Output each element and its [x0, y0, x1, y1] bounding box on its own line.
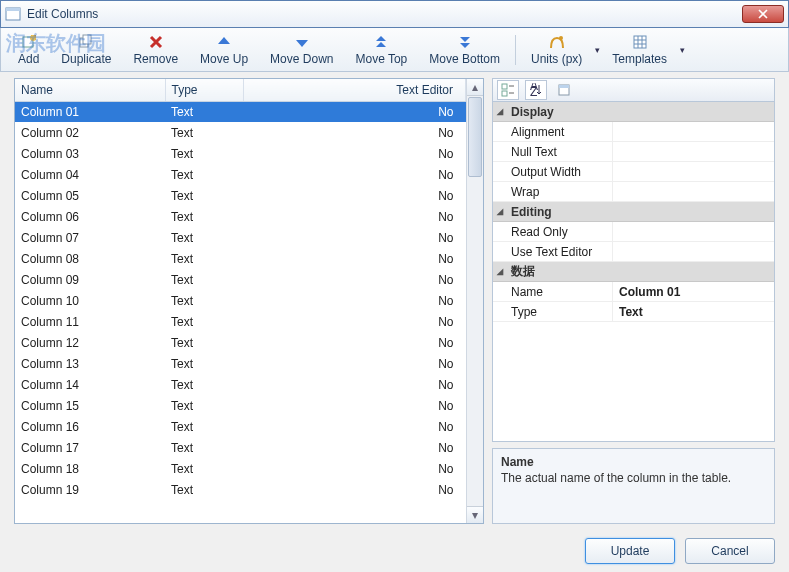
move-top-button[interactable]: Move Top	[344, 30, 418, 70]
move-down-label: Move Down	[270, 52, 333, 66]
table-row[interactable]: Column 04TextNo	[15, 164, 466, 185]
cell-texteditor: No	[243, 311, 466, 332]
duplicate-button[interactable]: Duplicate	[50, 30, 122, 70]
templates-label: Templates	[612, 52, 667, 66]
cell-name: Column 14	[15, 374, 165, 395]
toolbar: Add Duplicate Remove Move Up Move Down M…	[0, 28, 789, 72]
cell-texteditor: No	[243, 353, 466, 374]
cancel-button[interactable]: Cancel	[685, 538, 775, 564]
cell-type: Text	[165, 416, 243, 437]
prop-wrap[interactable]: Wrap	[493, 182, 774, 202]
cell-type: Text	[165, 290, 243, 311]
cell-type: Text	[165, 206, 243, 227]
scroll-up-arrow[interactable]: ▴	[467, 79, 483, 96]
cell-type: Text	[165, 248, 243, 269]
prop-outputwidth[interactable]: Output Width	[493, 162, 774, 182]
prop-type[interactable]: TypeText	[493, 302, 774, 322]
prop-nulltext[interactable]: Null Text	[493, 142, 774, 162]
category-editing[interactable]: Editing	[493, 202, 774, 222]
move-bottom-button[interactable]: Move Bottom	[418, 30, 511, 70]
cell-texteditor: No	[243, 374, 466, 395]
table-row[interactable]: Column 12TextNo	[15, 332, 466, 353]
table-row[interactable]: Column 02TextNo	[15, 122, 466, 143]
templates-dropdown-icon[interactable]: ▾	[678, 45, 686, 55]
cell-type: Text	[165, 143, 243, 164]
cell-type: Text	[165, 269, 243, 290]
add-label: Add	[18, 52, 39, 66]
table-row[interactable]: Column 16TextNo	[15, 416, 466, 437]
cell-texteditor: No	[243, 332, 466, 353]
columns-pane: Name Type Text Editor Column 01TextNoCol…	[0, 72, 488, 530]
svg-point-6	[559, 36, 563, 40]
close-button[interactable]	[742, 5, 784, 23]
units-button[interactable]: Units (px)	[520, 30, 593, 70]
cell-name: Column 01	[15, 101, 165, 122]
cell-name: Column 06	[15, 206, 165, 227]
col-header-name[interactable]: Name	[15, 79, 165, 101]
table-row[interactable]: Column 05TextNo	[15, 185, 466, 206]
scroll-down-arrow[interactable]: ▾	[467, 506, 483, 523]
table-row[interactable]: Column 13TextNo	[15, 353, 466, 374]
table-row[interactable]: Column 01TextNo	[15, 101, 466, 122]
table-row[interactable]: Column 10TextNo	[15, 290, 466, 311]
templates-button[interactable]: Templates	[601, 30, 678, 70]
cell-type: Text	[165, 395, 243, 416]
cell-type: Text	[165, 311, 243, 332]
cell-name: Column 05	[15, 185, 165, 206]
col-header-texteditor[interactable]: Text Editor	[243, 79, 466, 101]
table-row[interactable]: Column 06TextNo	[15, 206, 466, 227]
cell-texteditor: No	[243, 416, 466, 437]
units-dropdown-icon[interactable]: ▾	[593, 45, 601, 55]
cell-name: Column 18	[15, 458, 165, 479]
cell-name: Column 03	[15, 143, 165, 164]
remove-button[interactable]: Remove	[122, 30, 189, 70]
cell-texteditor: No	[243, 437, 466, 458]
cell-texteditor: No	[243, 143, 466, 164]
move-bottom-label: Move Bottom	[429, 52, 500, 66]
move-up-button[interactable]: Move Up	[189, 30, 259, 70]
move-up-label: Move Up	[200, 52, 248, 66]
prop-name[interactable]: NameColumn 01	[493, 282, 774, 302]
category-display[interactable]: Display	[493, 102, 774, 122]
scroll-thumb[interactable]	[468, 97, 482, 177]
cell-name: Column 11	[15, 311, 165, 332]
columns-table[interactable]: Name Type Text Editor Column 01TextNoCol…	[15, 79, 466, 500]
update-button[interactable]: Update	[585, 538, 675, 564]
table-row[interactable]: Column 15TextNo	[15, 395, 466, 416]
property-pages-button[interactable]	[553, 80, 575, 100]
col-header-type[interactable]: Type	[165, 79, 243, 101]
cell-name: Column 19	[15, 479, 165, 500]
svg-point-3	[30, 35, 36, 41]
cell-type: Text	[165, 101, 243, 122]
table-row[interactable]: Column 14TextNo	[15, 374, 466, 395]
prop-alignment[interactable]: Alignment	[493, 122, 774, 142]
propertygrid-toolbar: AZ	[492, 78, 775, 102]
add-button[interactable]: Add	[7, 30, 50, 70]
cell-type: Text	[165, 479, 243, 500]
cell-texteditor: No	[243, 248, 466, 269]
move-down-button[interactable]: Move Down	[259, 30, 344, 70]
table-row[interactable]: Column 07TextNo	[15, 227, 466, 248]
cell-name: Column 09	[15, 269, 165, 290]
table-row[interactable]: Column 09TextNo	[15, 269, 466, 290]
category-data[interactable]: 数据	[493, 262, 774, 282]
cell-texteditor: No	[243, 185, 466, 206]
table-row[interactable]: Column 17TextNo	[15, 437, 466, 458]
duplicate-label: Duplicate	[61, 52, 111, 66]
categorized-view-button[interactable]	[497, 80, 519, 100]
table-row[interactable]: Column 11TextNo	[15, 311, 466, 332]
cell-type: Text	[165, 374, 243, 395]
table-row[interactable]: Column 19TextNo	[15, 479, 466, 500]
alphabetical-view-button[interactable]: AZ	[525, 80, 547, 100]
cell-name: Column 08	[15, 248, 165, 269]
svg-rect-7	[634, 36, 646, 48]
table-row[interactable]: Column 03TextNo	[15, 143, 466, 164]
table-row[interactable]: Column 18TextNo	[15, 458, 466, 479]
svg-rect-13	[502, 91, 507, 96]
table-scrollbar[interactable]: ▴ ▾	[466, 79, 483, 523]
property-grid[interactable]: Display Alignment Null Text Output Width…	[492, 102, 775, 442]
prop-usetexteditor[interactable]: Use Text Editor	[493, 242, 774, 262]
table-row[interactable]: Column 08TextNo	[15, 248, 466, 269]
cell-name: Column 16	[15, 416, 165, 437]
prop-readonly[interactable]: Read Only	[493, 222, 774, 242]
